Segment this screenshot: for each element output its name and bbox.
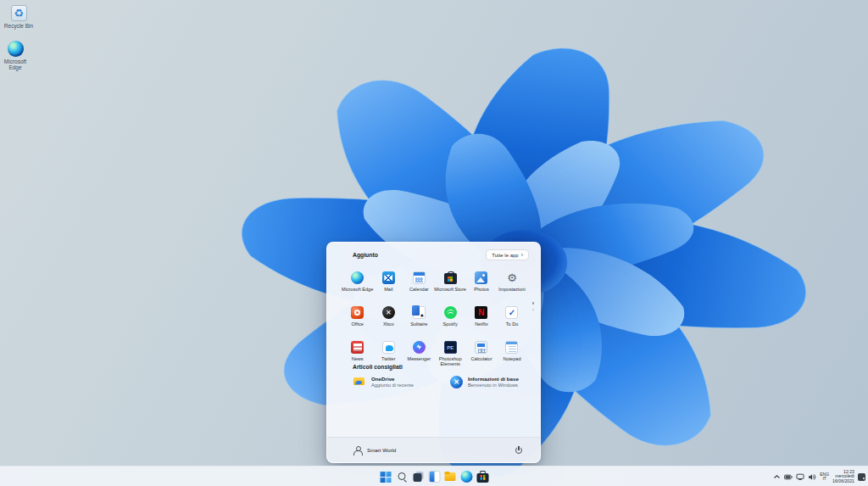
spotify-icon [444,306,457,319]
pinned-app-label: Spotify [443,321,458,327]
tray-chevron-up-icon[interactable] [772,472,781,481]
pinned-app-to-do[interactable]: To Do [497,304,527,335]
pinned-app-netflix[interactable]: Netflix [466,304,497,335]
recommended-section-header: Articoli consigliati [353,364,403,370]
language-indicator[interactable]: ENG IT [820,472,829,482]
pinned-app-microsoft-edge[interactable]: Microsoft Edge [342,269,373,300]
all-apps-label: Tutte le app [492,253,518,258]
xbox-icon [382,306,395,319]
desktop-icon-microsoft-edge[interactable]: Microsoft Edge [0,41,34,70]
pinned-app-label: Impostazioni [498,287,525,292]
user-profile-button[interactable]: Smart World [353,445,396,455]
recommended-item-onedrive[interactable]: OneDrive Aggiunto di recente [353,376,446,388]
pinned-app-label: Calculator [470,356,492,361]
pinned-app-impostazioni[interactable]: Impostazioni [497,269,527,300]
store-taskbar-button[interactable] [475,466,491,486]
onedrive-icon [353,376,366,388]
pinned-app-calendar[interactable]: Calendar [403,269,434,300]
page-dot[interactable] [532,309,535,311]
battery-icon[interactable] [784,472,793,481]
mail-icon [382,271,395,284]
solitaire-icon [413,306,426,319]
pinned-app-microsoft-store[interactable]: Microsoft Store [434,269,466,300]
pinned-app-label: Microsoft Store [434,287,466,292]
pinned-app-notepad[interactable]: Notepad [497,338,527,370]
chevron-right-icon: › [521,253,523,257]
pinned-app-label: Xbox [383,321,394,327]
edge-taskbar-button[interactable] [459,466,475,486]
notepad-icon [505,341,518,354]
pinned-app-label: Mail [384,287,392,292]
calculator-icon [475,341,487,354]
pinned-app-photoshop-elements[interactable]: Photoshop Elements [434,338,466,370]
pinned-app-label: Solitaire [410,321,427,327]
power-button[interactable] [515,446,523,455]
pinned-app-label: News [352,356,364,361]
desktop-icon-label: Microsoft Edge [1,59,30,70]
pinned-app-solitaire[interactable]: Solitaire [403,304,434,335]
calendar-icon [413,271,426,284]
pinned-app-label: Netflix [475,321,488,327]
twitter-icon [382,341,395,354]
pinned-app-photos[interactable]: Photos [466,269,497,300]
user-avatar-icon [353,445,362,455]
file-explorer-icon [444,471,456,483]
volume-icon[interactable] [808,472,816,481]
photos-icon [475,271,487,284]
messenger-icon [413,341,426,354]
microsoft-edge-icon [8,41,24,57]
pinned-app-label: Photoshop Elements [437,356,463,366]
system-tray: ENG IT 12:23 mercoledì 16/06/2021 [772,466,865,486]
desktop-icon-label: Recycle Bin [0,23,37,29]
recycle-bin-icon [11,5,27,21]
pinned-app-label: Photos [474,287,488,292]
start-menu: Aggiunto Tutte le app › Microsoft Edge M… [326,242,541,463]
clock-date[interactable]: 12:23 mercoledì 16/06/2021 [832,470,854,484]
taskbar: ENG IT 12:23 mercoledì 16/06/2021 [0,466,868,486]
pinned-app-label: To Do [506,321,519,327]
start-menu-footer: Smart World [327,437,540,462]
pinned-pagination [532,302,535,310]
language-secondary: IT [820,477,829,482]
get-started-icon [450,376,463,388]
microsoft-edge-icon [460,471,472,483]
pinned-app-label: Notepad [503,356,520,361]
pinned-app-office[interactable]: Office [342,304,373,335]
widgets-button[interactable] [426,466,442,486]
office-icon [351,306,364,319]
desktop-icon-recycle-bin[interactable]: Recycle Bin [0,5,37,29]
file-explorer-button[interactable] [442,466,459,486]
pinned-app-label: Calendar [409,287,429,292]
pinned-app-mail[interactable]: Mail [373,269,403,300]
notifications-icon[interactable] [858,473,865,481]
pinned-apps-grid: Microsoft Edge Mail Calendar Microsoft S… [342,269,527,370]
pinned-app-label: Microsoft Edge [342,287,373,292]
pinned-app-calculator[interactable]: Calculator [466,338,497,370]
task-view-button[interactable] [410,466,426,486]
pinned-app-label: Twitter [381,356,395,361]
microsoft-store-icon [476,473,488,483]
settings-gear-icon [505,271,518,284]
start-button[interactable] [378,466,394,486]
recommended-subtitle: Benvenuto in Windows [468,383,519,388]
pinned-app-messenger[interactable]: Messenger [403,338,434,370]
page-dot-active[interactable] [532,302,535,304]
recommended-title: Informazioni di base [468,376,519,383]
photoshop-elements-icon [444,341,457,354]
taskbar-center-icons [378,466,491,486]
pinned-app-xbox[interactable]: Xbox [373,304,403,335]
search-button[interactable] [394,466,410,486]
tray-date: 16/06/2021 [832,479,854,484]
recommended-subtitle: Aggiunto di recente [371,383,414,388]
network-icon[interactable] [796,472,804,481]
widgets-icon [428,471,440,483]
all-apps-button[interactable]: Tutte le app › [486,249,529,260]
pinned-app-label: Office [351,321,364,327]
pinned-app-spotify[interactable]: Spotify [434,304,466,335]
search-icon [396,471,408,483]
microsoft-store-icon [444,273,457,284]
user-name: Smart World [367,447,396,453]
recommended-title: OneDrive [371,376,414,383]
recommended-item-get-started[interactable]: Informazioni di base Benvenuto in Window… [450,376,543,388]
start-icon [381,472,392,483]
